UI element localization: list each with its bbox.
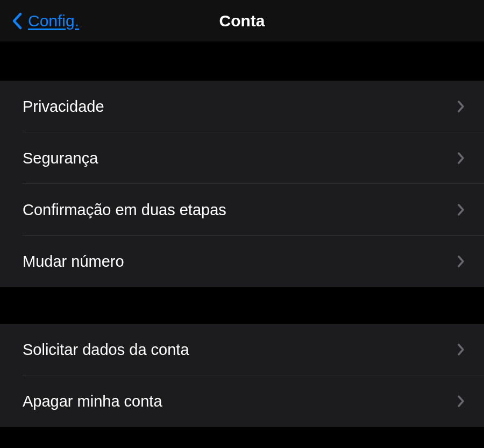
chevron-right-icon bbox=[457, 100, 465, 113]
list-item-label: Privacidade bbox=[23, 98, 104, 116]
chevron-right-icon bbox=[457, 255, 465, 268]
content: Privacidade Segurança Confirmação em dua… bbox=[0, 42, 484, 427]
list-item-label: Mudar número bbox=[23, 253, 124, 271]
list-item-two-step[interactable]: Confirmação em duas etapas bbox=[0, 184, 484, 236]
chevron-left-icon bbox=[12, 12, 23, 30]
section-gap bbox=[0, 287, 484, 324]
chevron-right-icon bbox=[457, 203, 465, 216]
list-item-request-data[interactable]: Solicitar dados da conta bbox=[0, 324, 484, 375]
list-item-delete-account[interactable]: Apagar minha conta bbox=[0, 375, 484, 427]
list-item-change-number[interactable]: Mudar número bbox=[0, 236, 484, 287]
list-group-account: Privacidade Segurança Confirmação em dua… bbox=[0, 81, 484, 287]
list-group-data: Solicitar dados da conta Apagar minha co… bbox=[0, 324, 484, 427]
list-item-label: Confirmação em duas etapas bbox=[23, 201, 226, 219]
list-item-privacy[interactable]: Privacidade bbox=[0, 81, 484, 132]
back-button[interactable]: Config. bbox=[0, 12, 79, 30]
navigation-header: Config. Conta bbox=[0, 0, 484, 42]
list-item-security[interactable]: Segurança bbox=[0, 132, 484, 184]
chevron-right-icon bbox=[457, 152, 465, 165]
list-item-label: Solicitar dados da conta bbox=[23, 341, 189, 359]
list-item-label: Segurança bbox=[23, 150, 98, 167]
back-label: Config. bbox=[28, 12, 79, 30]
chevron-right-icon bbox=[457, 395, 465, 408]
section-gap bbox=[0, 42, 484, 81]
chevron-right-icon bbox=[457, 343, 465, 356]
list-item-label: Apagar minha conta bbox=[23, 393, 162, 410]
